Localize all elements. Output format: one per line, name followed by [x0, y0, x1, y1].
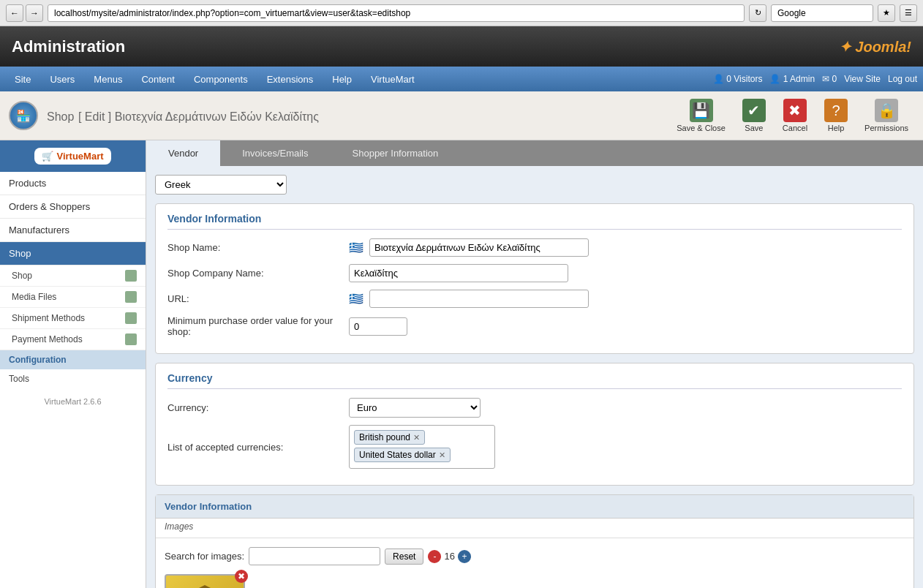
page-title: Shop [ Edit ] Βιοτεχνία Δερμάτινων Ειδών… [47, 108, 668, 124]
company-name-input[interactable] [349, 264, 568, 282]
currency-tag-usd: United States dollar ✕ [354, 448, 451, 462]
image-thumb-inner: SEASAC [179, 585, 230, 588]
tab-shopper[interactable]: Shopper Information [331, 140, 461, 166]
sidebar-item-shop[interactable]: Shop [0, 242, 146, 265]
nav-buttons[interactable]: ← → [6, 4, 43, 22]
shop-name-input[interactable] [369, 238, 589, 257]
message-count: ✉ 0 [822, 74, 837, 84]
payment-sub-icon [125, 333, 137, 345]
sidebar-item-orders[interactable]: Orders & Shoppers [0, 195, 146, 219]
toolbar-buttons: 💾 Save & Close ✔ Save ✖ Cancel ? Help 🔒 … [671, 96, 914, 135]
url-bar[interactable] [48, 4, 745, 22]
nav-menus[interactable]: Menus [85, 69, 131, 89]
nav-content[interactable]: Content [132, 69, 184, 89]
sidebar-item-products[interactable]: Products [0, 172, 146, 195]
image-thumb-container: SEASAC ✖ ≡ [165, 574, 252, 588]
main-layout: 🛒 VirtueMart Products Orders & Shoppers … [0, 140, 923, 588]
delete-image-button[interactable]: ✖ [235, 570, 248, 583]
shop-name-label: Shop Name: [167, 242, 343, 253]
shop-name-row: Shop Name: 🇬🇷 [167, 238, 902, 257]
save-button[interactable]: ✔ Save [736, 96, 772, 135]
save-close-button[interactable]: 💾 Save & Close [671, 96, 731, 135]
company-name-label: Shop Company Name: [167, 268, 343, 279]
image-thumbnail: SEASAC [165, 574, 245, 588]
help-button[interactable]: ? Help [818, 96, 854, 135]
sidebar-sub-payment[interactable]: Payment Methods [0, 329, 146, 350]
language-selector-container: Greek English French German [155, 175, 914, 195]
url-row: URL: 🇬🇷 [167, 290, 902, 308]
help-icon: ? [824, 99, 848, 122]
permissions-icon: 🔒 [875, 99, 898, 122]
accepted-currencies-tags: British pound ✕ United States dollar ✕ [349, 425, 495, 469]
logout-link[interactable]: Log out [888, 74, 917, 84]
flag-icon: 🇬🇷 [349, 241, 363, 255]
currency-section: Currency Currency: Euro British pound Un… [155, 363, 914, 486]
search-images-input[interactable] [249, 547, 380, 565]
nav-virtuemart[interactable]: VirtueMart [362, 69, 423, 89]
min-purchase-input[interactable] [349, 317, 407, 336]
admin-count: 👤 1 Admin [769, 74, 815, 84]
currency-select[interactable]: Euro British pound United States dollar [349, 398, 481, 418]
save-close-label: Save & Close [677, 124, 726, 132]
url-input[interactable] [369, 290, 589, 308]
sidebar-version: VirtueMart 2.6.6 [0, 388, 146, 415]
bookmark-button[interactable]: ★ [878, 4, 895, 22]
sidebar-item-manufacturers[interactable]: Manufacturers [0, 219, 146, 242]
toolbar: 🏪 Shop [ Edit ] Βιοτεχνία Δερμάτινων Ειδ… [0, 91, 923, 140]
search-images-label: Search for images: [165, 551, 244, 562]
sidebar-menu: Products Orders & Shoppers Manufacturers… [0, 172, 146, 388]
accepted-currencies-row: List of accepted currencies: British pou… [167, 425, 902, 469]
vendor-images-sub: Images [156, 519, 913, 538]
vendor-info-title: Vendor Information [167, 213, 902, 230]
help-label: Help [828, 124, 845, 132]
search-bar[interactable] [771, 4, 873, 22]
cancel-label: Cancel [783, 124, 807, 132]
top-nav-left: Site Users Menus Content Components Exte… [6, 69, 423, 89]
nav-site[interactable]: Site [6, 69, 39, 89]
forward-button[interactable]: → [26, 4, 43, 22]
content-area: Vendor Invoices/Emails Shopper Informati… [146, 140, 923, 588]
view-site-link[interactable]: View Site [844, 74, 881, 84]
currency-tag-gbp: British pound ✕ [354, 430, 425, 445]
back-button[interactable]: ← [6, 4, 23, 22]
save-icon: ✔ [742, 99, 766, 122]
vendor-images-section: Vendor Information Images Search for ima… [155, 494, 914, 588]
sidebar-sub-shipment[interactable]: Shipment Methods [0, 308, 146, 329]
remove-usd-button[interactable]: ✕ [439, 451, 445, 460]
currency-label: Currency: [167, 402, 343, 413]
count-plus-button[interactable]: + [458, 550, 471, 563]
tab-invoices[interactable]: Invoices/Emails [220, 140, 330, 166]
joomla-logo: ✦ Joomla! [839, 38, 911, 56]
remove-gbp-button[interactable]: ✕ [413, 433, 420, 442]
nav-help[interactable]: Help [323, 69, 361, 89]
nav-extensions[interactable]: Extensions [258, 69, 323, 89]
language-select[interactable]: Greek English French German [155, 175, 287, 195]
min-purchase-label: Minimum purchase order value for your sh… [167, 315, 343, 337]
vendor-images-body: Search for images: Reset - 16 + [156, 538, 913, 588]
tab-vendor[interactable]: Vendor [146, 140, 220, 166]
search-images-row: Search for images: Reset - 16 + [165, 547, 905, 565]
accepted-currencies-label: List of accepted currencies: [167, 442, 343, 453]
refresh-button[interactable]: ↻ [749, 4, 766, 22]
browser-chrome: ← → ↻ ★ ☰ [0, 0, 923, 26]
count-minus-button[interactable]: - [428, 550, 441, 563]
nav-components[interactable]: Components [185, 69, 257, 89]
sidebar-config[interactable]: Configuration [0, 350, 146, 369]
sidebar-sub-media[interactable]: Media Files [0, 287, 146, 308]
save-close-icon: 💾 [690, 99, 713, 122]
form-content: Greek English French German Vendor Infor… [146, 166, 923, 588]
sidebar-tools[interactable]: Tools [0, 369, 146, 388]
us-dollar-label: United States dollar [359, 450, 436, 460]
count-value: 16 [444, 551, 454, 562]
cancel-button[interactable]: ✖ Cancel [777, 96, 813, 135]
min-purchase-row: Minimum purchase order value for your sh… [167, 315, 902, 337]
company-name-row: Shop Company Name: [167, 264, 902, 282]
reset-button[interactable]: Reset [385, 549, 423, 565]
sidebar-sub-shop[interactable]: Shop [0, 265, 146, 287]
menu-button[interactable]: ☰ [900, 4, 917, 22]
currency-row: Currency: Euro British pound United Stat… [167, 398, 902, 418]
vm-logo-text: 🛒 VirtueMart [34, 148, 110, 165]
nav-users[interactable]: Users [41, 69, 83, 89]
sidebar: 🛒 VirtueMart Products Orders & Shoppers … [0, 140, 146, 588]
permissions-button[interactable]: 🔒 Permissions [859, 96, 914, 135]
